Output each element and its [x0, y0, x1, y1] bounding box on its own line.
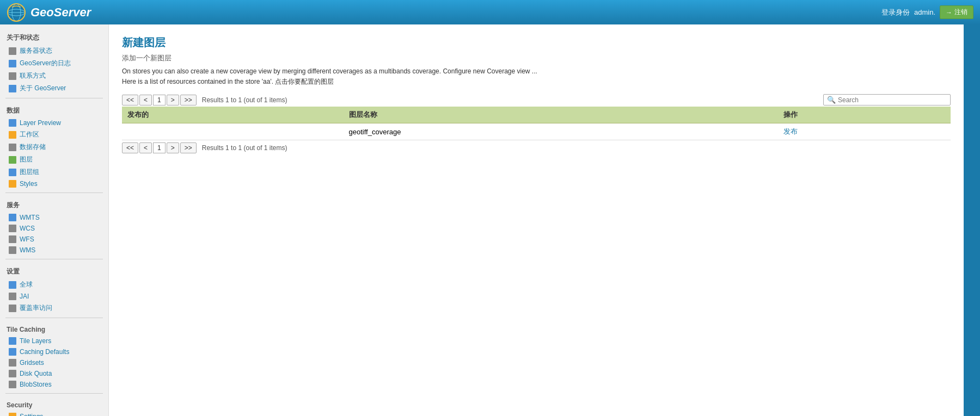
cell-published	[122, 123, 344, 140]
search-icon: 🔍	[827, 96, 836, 104]
sidebar-item-gridsets[interactable]: Gridsets	[0, 357, 108, 368]
sidebar-section-about: 关于和状态	[0, 29, 108, 45]
sidebar-item-contact[interactable]: 联系方式	[0, 70, 108, 82]
cell-layer-name: geotiff_coverage	[344, 123, 779, 140]
server-icon	[9, 47, 16, 55]
wms-icon	[9, 246, 16, 254]
publish-link[interactable]: 发布	[783, 127, 798, 135]
sidebar-item-layergroup[interactable]: 图层组	[0, 166, 108, 178]
logout-button[interactable]: → 注销	[940, 5, 973, 19]
sidebar-item-jai[interactable]: JAI	[0, 291, 108, 302]
sidebar-section-security: Security	[0, 397, 108, 411]
page-title: 新建图层	[122, 35, 951, 50]
datastore-icon	[9, 144, 16, 151]
configure-coverage-link[interactable]: Configure new Coverage view ...	[443, 67, 537, 75]
sidebar-item-global[interactable]: 全球	[0, 278, 108, 291]
sidebar-divider-4	[5, 318, 103, 318]
last-page-button-bottom[interactable]: >>	[180, 142, 197, 153]
col-layer-name: 图层名称	[344, 107, 779, 123]
table-row: geotiff_coverage 发布	[122, 123, 951, 140]
sidebar-divider-3	[5, 259, 103, 259]
sidebar-item-layer-preview[interactable]: Layer Preview	[0, 117, 108, 128]
table-controls-bottom: << < 1 > >> Results 1 to 1 (out of 1 ite…	[122, 142, 951, 153]
first-page-button-bottom[interactable]: <<	[122, 142, 138, 153]
resources-table: 发布的 图层名称 操作 geotiff_coverage 发布	[122, 107, 951, 140]
sidebar-item-about[interactable]: 关于 GeoServer	[0, 82, 108, 95]
sidebar-item-tile-layers[interactable]: Tile Layers	[0, 336, 108, 346]
wcs-icon	[9, 225, 16, 232]
prev-page-button-top[interactable]: <	[139, 95, 152, 105]
coverage-icon	[9, 305, 16, 312]
sidebar-item-wmts[interactable]: WMTS	[0, 212, 108, 223]
logo-text: GeoServer	[30, 5, 91, 20]
jai-icon	[9, 293, 16, 300]
sidebar: 关于和状态 服务器状态 GeoServer的日志 联系方式 关于 GeoServ…	[0, 24, 109, 416]
username: admin.	[914, 8, 935, 16]
layergroup-icon	[9, 169, 16, 176]
contact-icon	[9, 72, 16, 80]
sidebar-section-data: 数据	[0, 102, 108, 117]
caching-defaults-icon	[9, 348, 16, 356]
search-box-wrap: 🔍	[823, 94, 951, 105]
sidebar-item-wms[interactable]: WMS	[0, 245, 108, 256]
layers-icon	[9, 156, 16, 164]
gridsets-icon	[9, 359, 16, 367]
prev-page-button-bottom[interactable]: <	[139, 142, 152, 153]
table-controls-top: << < 1 > >> Results 1 to 1 (out of 1 ite…	[122, 94, 951, 105]
layer-preview-icon	[9, 119, 16, 127]
log-icon	[9, 60, 16, 67]
search-input[interactable]	[838, 96, 947, 104]
sidebar-item-disk-quota[interactable]: Disk Quota	[0, 368, 108, 379]
sidebar-item-wcs[interactable]: WCS	[0, 223, 108, 234]
page-number-top: 1	[153, 95, 166, 105]
logo-area: GeoServer	[7, 3, 91, 22]
sidebar-item-styles[interactable]: Styles	[0, 178, 108, 189]
table-header-row: 发布的 图层名称 操作	[122, 107, 951, 123]
tile-layers-icon	[9, 337, 16, 345]
sidebar-item-security-settings[interactable]: Settings	[0, 411, 108, 416]
user-area: 登录身份 admin. → 注销	[881, 5, 973, 19]
pagination-top: << < 1 > >> Results 1 to 1 (out of 1 ite…	[122, 95, 287, 105]
first-page-button-top[interactable]: <<	[122, 95, 138, 105]
col-published: 发布的	[122, 107, 344, 123]
disk-quota-icon	[9, 370, 16, 377]
pagination-bottom: << < 1 > >> Results 1 to 1 (out of 1 ite…	[122, 142, 287, 153]
wfs-icon	[9, 235, 16, 243]
info-text-1: On stores you can also create a new cove…	[122, 67, 951, 75]
sidebar-item-server-status[interactable]: 服务器状态	[0, 45, 108, 57]
sidebar-section-tile: Tile Caching	[0, 321, 108, 336]
table-body: geotiff_coverage 发布	[122, 123, 951, 140]
user-label: 登录身份	[881, 8, 910, 17]
page-subtitle: 添加一个新图层	[122, 53, 951, 63]
sidebar-item-datastore[interactable]: 数据存储	[0, 141, 108, 153]
global-icon	[9, 281, 16, 289]
sidebar-section-services: 服务	[0, 196, 108, 212]
next-page-button-top[interactable]: >	[167, 95, 179, 105]
sidebar-item-caching-defaults[interactable]: Caching Defaults	[0, 346, 108, 357]
sidebar-divider-1	[5, 98, 103, 98]
sidebar-divider-2	[5, 193, 103, 193]
sidebar-item-blobstores[interactable]: BlobStores	[0, 379, 108, 390]
sidebar-item-wfs[interactable]: WFS	[0, 234, 108, 245]
sidebar-item-coverage-access[interactable]: 覆盖率访问	[0, 302, 108, 314]
col-action: 操作	[778, 107, 951, 123]
header: GeoServer 登录身份 admin. → 注销	[0, 0, 980, 24]
right-accent-bar	[964, 24, 980, 416]
sidebar-item-log[interactable]: GeoServer的日志	[0, 57, 108, 70]
about-icon	[9, 85, 16, 92]
sidebar-divider-5	[5, 393, 103, 394]
sidebar-item-layers[interactable]: 图层	[0, 153, 108, 166]
table-header: 发布的 图层名称 操作	[122, 107, 951, 123]
blobstores-icon	[9, 381, 16, 388]
sidebar-section-settings: 设置	[0, 263, 108, 278]
last-page-button-top[interactable]: >>	[180, 95, 197, 105]
logo-icon	[7, 3, 26, 22]
results-count-bottom: Results 1 to 1 (out of 1 items)	[202, 144, 287, 152]
next-page-button-bottom[interactable]: >	[167, 142, 179, 153]
sidebar-item-workspace[interactable]: 工作区	[0, 128, 108, 141]
workspace-icon	[9, 131, 16, 139]
cell-action: 发布	[778, 123, 951, 140]
main-content: 新建图层 添加一个新图层 On stores you can also crea…	[109, 24, 964, 416]
info-text-2: Here is a list of resources contained in…	[122, 77, 951, 86]
layout: 关于和状态 服务器状态 GeoServer的日志 联系方式 关于 GeoServ…	[0, 24, 980, 416]
